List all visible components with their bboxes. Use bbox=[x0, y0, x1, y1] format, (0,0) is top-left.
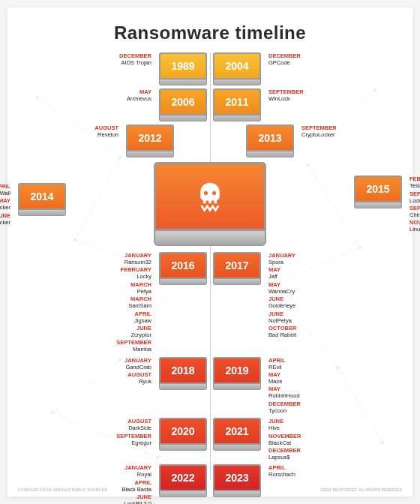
event-name: Jigsaw bbox=[116, 317, 152, 324]
year-label: 2021 bbox=[213, 418, 261, 445]
laptop-2011: 2011 bbox=[213, 88, 261, 122]
event-month: MAY bbox=[268, 281, 296, 288]
event-name: Archievus bbox=[127, 95, 152, 102]
laptop-keyboard bbox=[126, 152, 174, 158]
event-month: MAY bbox=[127, 88, 152, 95]
event-name: Reveton bbox=[94, 131, 118, 138]
laptop-1989: 1989 bbox=[159, 52, 207, 86]
event-month: MARCH bbox=[116, 296, 152, 302]
year-label: 2004 bbox=[213, 52, 261, 80]
event-name: Ryuk bbox=[124, 378, 152, 385]
events-2006: MAYArchievus bbox=[127, 88, 152, 103]
event-month: NOVEMBER bbox=[268, 433, 301, 440]
event-name: BlackCat bbox=[268, 440, 301, 446]
event-name: Rorschach bbox=[268, 471, 296, 478]
laptop-2021: 2021 bbox=[213, 418, 261, 451]
event-name: Spora bbox=[268, 259, 296, 266]
year-label: 2015 bbox=[354, 176, 402, 202]
laptop-keyboard bbox=[213, 445, 261, 451]
event-month: MARCH bbox=[116, 281, 152, 288]
events-2018: JANUARYGandCrabAUGUSTRyuk bbox=[124, 357, 152, 386]
event-month: JUNE bbox=[0, 212, 10, 219]
event-name: Ransom32 bbox=[116, 259, 152, 266]
year-label: 2006 bbox=[159, 88, 207, 116]
event-name: CryptoLocker bbox=[302, 131, 337, 138]
event-name: Egregor bbox=[116, 440, 152, 446]
event-month: JANUARY bbox=[116, 252, 152, 259]
timeline-content: DECEMBERAIDS Trojan19892004DECEMBERGPCod… bbox=[8, 52, 412, 504]
event-name: DarkSide bbox=[116, 424, 152, 431]
event-month: MAY bbox=[0, 197, 10, 204]
year-label: 2023 bbox=[213, 464, 261, 491]
laptop-2014: 2014 bbox=[18, 183, 66, 216]
event-name: SimpleLocker bbox=[0, 219, 10, 226]
event-month: MAY bbox=[268, 266, 296, 273]
events-2011: SEPTEMBERWinLock bbox=[268, 88, 304, 103]
event-month: SEPTEMBER bbox=[410, 205, 420, 212]
laptop-2006: 2006 bbox=[159, 88, 207, 122]
year-label: 2020 bbox=[159, 418, 207, 445]
laptop-keyboard bbox=[246, 152, 294, 158]
laptop-keyboard bbox=[213, 384, 261, 390]
event-name: CryptoWall bbox=[0, 190, 10, 196]
event-name: AIDS Trojan bbox=[119, 59, 152, 66]
laptop-keyboard bbox=[213, 80, 261, 86]
year-label: 2017 bbox=[213, 252, 261, 279]
laptop-2020: 2020 bbox=[159, 418, 207, 451]
event-month: FEBRUARY bbox=[410, 176, 420, 182]
event-month: JANUARY bbox=[268, 252, 296, 259]
year-label: 2012 bbox=[126, 124, 174, 152]
laptop-2012: 2012 bbox=[126, 124, 174, 158]
event-name: SamSam bbox=[116, 302, 152, 309]
event-name: Maze bbox=[268, 378, 301, 385]
events-2016: JANUARYRansom32FEBRUARYLockyMARCHPetyaMA… bbox=[116, 252, 152, 354]
laptop-keyboard bbox=[213, 116, 261, 122]
laptop-keyboard bbox=[213, 491, 261, 497]
laptop-2015: 2015 bbox=[354, 176, 402, 208]
laptop-2023: 2023 bbox=[213, 464, 261, 497]
laptop-keyboard bbox=[159, 116, 207, 122]
event-name: LockerPin bbox=[410, 197, 420, 204]
laptop-keyboard bbox=[213, 279, 261, 285]
laptop-keyboard bbox=[159, 279, 207, 285]
infographic-canvas: Ransomware timeline DECEMBERAIDS Trojan1… bbox=[8, 8, 412, 496]
event-month: DECEMBER bbox=[268, 52, 301, 59]
events-2017: JANUARYSporaMAYJaffMAYWannaCryJUNEGolden… bbox=[268, 252, 296, 339]
event-month: DECEMBER bbox=[268, 447, 301, 454]
center-laptop bbox=[154, 162, 266, 246]
event-name: Black Basta bbox=[122, 486, 152, 493]
year-label: 2016 bbox=[159, 252, 207, 279]
event-month: OCTOBER bbox=[268, 325, 296, 332]
event-name: GPCode bbox=[268, 59, 301, 66]
year-label: 2013 bbox=[246, 124, 294, 152]
event-name: CTB-Locker bbox=[0, 204, 10, 211]
event-name: Mamba bbox=[116, 346, 152, 352]
events-2019: APRILREvilMAYMazeMAYRobbinHoodDECEMBERTy… bbox=[268, 357, 301, 416]
laptop-keyboard bbox=[159, 384, 207, 390]
event-name: Goldeneye bbox=[268, 302, 296, 309]
event-month: AUGUST bbox=[124, 371, 152, 378]
laptop-2019: 2019 bbox=[213, 357, 261, 390]
skull-icon bbox=[194, 180, 226, 213]
event-month: APRIL bbox=[268, 464, 296, 471]
event-month: SEPTEMBER bbox=[302, 124, 337, 131]
event-month: JUNE bbox=[268, 296, 296, 302]
events-2020: AUGUSTDarkSideSEPTEMBEREgregor bbox=[116, 418, 152, 447]
laptop-keyboard bbox=[354, 202, 402, 208]
events-2023: APRILRorschach bbox=[268, 464, 296, 478]
page-title: Ransomware timeline bbox=[8, 8, 412, 44]
event-name: Royal bbox=[122, 471, 152, 478]
event-month: JANUARY bbox=[124, 357, 152, 364]
event-month: NOVEMBER bbox=[410, 219, 420, 226]
events-2022: JANUARYRoyalAPRILBlack BastaJUNELockBit … bbox=[122, 464, 152, 504]
event-month: MAY bbox=[268, 371, 301, 378]
event-month: APRIL bbox=[0, 183, 10, 190]
laptop-2018: 2018 bbox=[159, 357, 207, 390]
event-name: Jaff bbox=[268, 273, 296, 280]
laptop-2022: 2022 bbox=[159, 464, 207, 497]
event-name: LockBit 3.0 bbox=[122, 500, 152, 504]
laptop-keyboard bbox=[159, 491, 207, 497]
laptop-keyboard bbox=[159, 445, 207, 451]
event-name: WannaCry bbox=[268, 288, 296, 295]
event-month: JUNE bbox=[268, 418, 301, 424]
